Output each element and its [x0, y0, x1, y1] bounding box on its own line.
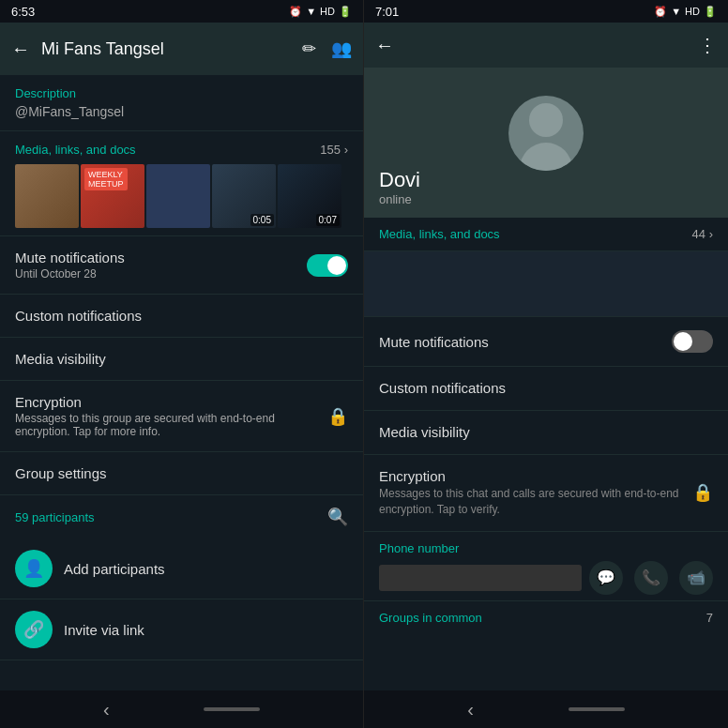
right-encryption-text: Encryption Messages to this chat and cal…: [379, 468, 692, 518]
media-thumb-3[interactable]: [146, 164, 210, 228]
description-label: Description: [15, 86, 348, 100]
left-wifi-icon: ▼: [306, 6, 316, 17]
phone-label: Phone number: [379, 541, 713, 555]
invite-icon-circle: 🔗: [15, 611, 53, 648]
search-icon[interactable]: 🔍: [327, 507, 348, 527]
right-hd-icon: HD: [685, 6, 700, 17]
call-icon: 📞: [642, 569, 660, 586]
right-custom-notifications-row[interactable]: Custom notifications: [364, 367, 728, 411]
people-icon[interactable]: 👥: [331, 38, 352, 59]
left-status-icons: ⏰ ▼ HD 🔋: [289, 6, 352, 18]
encryption-name: Encryption: [15, 394, 327, 410]
mute-row-flex: Mute notifications Until October 28: [15, 250, 348, 281]
description-value: @MiFans_Tangsel: [15, 104, 348, 119]
right-encryption-name: Encryption: [379, 468, 692, 484]
add-participants-row[interactable]: 👤 Add participants: [0, 538, 363, 599]
home-indicator: [204, 707, 260, 711]
mute-name: Mute notifications: [15, 250, 125, 265]
right-media-visibility-row[interactable]: Media visibility: [364, 411, 728, 455]
weekly-label: WEEKLYMEETUP: [84, 168, 128, 190]
group-settings-row[interactable]: Group settings: [0, 452, 363, 495]
phone-row: 💬 📞 📹: [379, 561, 713, 595]
phone-actions: 💬 📞 📹: [589, 561, 713, 595]
right-media-count: 44 ›: [692, 227, 713, 241]
left-bottom-nav: ‹: [0, 690, 363, 728]
participants-label: 59 participants: [15, 510, 95, 524]
right-encryption-sub: Messages to this chat and calls are secu…: [379, 486, 692, 518]
message-icon: 💬: [597, 569, 615, 586]
video-icon: 📹: [687, 569, 705, 586]
mute-toggle[interactable]: [307, 254, 348, 277]
left-status-bar: 6:53 ⏰ ▼ HD 🔋: [0, 0, 363, 23]
encryption-sub: Messages to this group are secured with …: [15, 412, 327, 438]
media-thumb-1[interactable]: [15, 164, 79, 228]
add-participant-icon-circle: 👤: [15, 550, 53, 587]
custom-notifications-row[interactable]: Custom notifications: [0, 295, 363, 338]
edit-icon[interactable]: ✏: [302, 38, 316, 59]
right-status-icons: ⏰ ▼ HD 🔋: [654, 6, 717, 18]
right-panel: 7:01 ⏰ ▼ HD 🔋 ← ⋮ Dovi online Media, lin…: [364, 0, 728, 728]
toggle-knob: [327, 256, 346, 275]
encryption-text: Encryption Messages to this group are se…: [15, 394, 327, 438]
add-person-icon: 👤: [23, 558, 44, 579]
right-back-nav-button[interactable]: ‹: [467, 699, 474, 720]
left-content: Description @MiFans_Tangsel Media, links…: [0, 75, 363, 690]
media-visibility-row[interactable]: Media visibility: [0, 338, 363, 381]
right-header: ← ⋮: [364, 23, 728, 68]
left-header-title: Mi Fans Tangsel: [41, 39, 291, 59]
media-thumb-5[interactable]: 0:07: [278, 164, 341, 228]
right-home-indicator: [569, 707, 625, 711]
right-mute-toggle[interactable]: [672, 330, 713, 353]
more-options-icon[interactable]: ⋮: [698, 34, 717, 56]
left-media-grid: WEEKLYMEETUP 0:05 0:07: [15, 164, 348, 228]
right-media-visibility-name: Media visibility: [379, 424, 470, 440]
left-media-label: Media, links, and docs: [15, 143, 136, 157]
right-mute-row[interactable]: Mute notifications: [364, 317, 728, 367]
link-icon: 🔗: [23, 619, 44, 640]
right-mute-name: Mute notifications: [379, 334, 489, 350]
back-nav-button[interactable]: ‹: [103, 699, 110, 720]
right-time: 7:01: [375, 5, 399, 19]
right-toggle-knob: [674, 332, 692, 351]
right-status-bar: 7:01 ⏰ ▼ HD 🔋: [364, 0, 728, 23]
video-action-button[interactable]: 📹: [679, 561, 713, 595]
left-media-count: 155 ›: [320, 143, 348, 157]
call-action-button[interactable]: 📞: [634, 561, 668, 595]
left-battery-icon: 🔋: [339, 6, 352, 18]
custom-notifications-name: Custom notifications: [15, 308, 348, 324]
left-media-section[interactable]: Media, links, and docs 155 › WEEKLYMEETU…: [0, 131, 363, 236]
media-thumb-2[interactable]: WEEKLYMEETUP: [81, 164, 144, 228]
video-duration-1: 0:05: [250, 214, 274, 226]
right-wifi-icon: ▼: [671, 6, 681, 17]
profile-name-block: Dovi online: [379, 168, 420, 206]
invite-link-label: Invite via link: [64, 622, 144, 638]
profile-status: online: [379, 192, 420, 206]
profile-cover: Dovi online: [364, 68, 728, 218]
message-action-button[interactable]: 💬: [589, 561, 623, 595]
add-participants-label: Add participants: [64, 561, 165, 577]
media-thumb-4[interactable]: 0:05: [212, 164, 276, 228]
description-section: Description @MiFans_Tangsel: [0, 75, 363, 131]
left-alarm-icon: ⏰: [289, 6, 302, 18]
encryption-row[interactable]: Encryption Messages to this group are se…: [0, 381, 363, 452]
right-media-label: Media, links, and docs: [379, 227, 500, 241]
left-hd-icon: HD: [320, 6, 335, 17]
right-battery-icon: 🔋: [704, 6, 717, 18]
right-media-preview: [364, 251, 728, 317]
invite-link-row[interactable]: 🔗 Invite via link: [0, 599, 363, 660]
mute-notifications-row[interactable]: Mute notifications Until October 28: [0, 236, 363, 295]
avatar-head: [529, 103, 563, 137]
right-back-button[interactable]: ←: [375, 35, 394, 56]
left-back-button[interactable]: ←: [11, 38, 30, 60]
right-mute-flex: Mute notifications: [379, 330, 713, 353]
left-header-actions: ✏ 👥: [302, 38, 352, 59]
right-media-section[interactable]: Media, links, and docs 44 ›: [364, 218, 728, 251]
lock-icon: 🔒: [327, 406, 348, 427]
right-encryption-row[interactable]: Encryption Messages to this chat and cal…: [364, 455, 728, 532]
left-header: ← Mi Fans Tangsel ✏ 👥: [0, 23, 363, 75]
group-settings-name: Group settings: [15, 465, 348, 481]
groups-in-common-section[interactable]: Groups in common 7: [364, 601, 728, 634]
mute-sub: Until October 28: [15, 267, 125, 281]
right-lock-icon: 🔒: [692, 482, 713, 503]
right-custom-notifications-name: Custom notifications: [379, 380, 506, 396]
